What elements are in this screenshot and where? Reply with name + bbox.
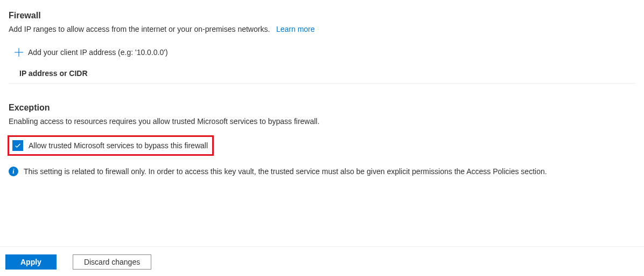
firewall-heading: Firewall [9,11,635,20]
exception-heading: Exception [9,103,635,113]
discard-changes-button[interactable]: Discard changes [73,254,151,270]
allow-trusted-services-checkbox[interactable] [12,140,23,151]
info-row: i This setting is related to firewall on… [9,167,635,176]
allow-trusted-services-row: Allow trusted Microsoft services to bypa… [8,135,214,156]
plus-icon [14,47,24,57]
learn-more-link[interactable]: Learn more [276,25,315,33]
exception-section: Exception Enabling access to resources r… [9,103,635,176]
allow-trusted-services-label: Allow trusted Microsoft services to bypa… [29,141,208,150]
exception-description: Enabling access to resources requires yo… [9,117,635,126]
apply-button[interactable]: Apply [5,254,57,270]
ip-column-header: IP address or CIDR [9,64,635,84]
footer: Apply Discard changes [0,246,644,270]
info-icon: i [9,167,18,176]
info-text: This setting is related to firewall only… [24,167,547,176]
firewall-section: Firewall Add IP ranges to allow access f… [9,11,635,84]
firewall-description: Add IP ranges to allow access from the i… [9,25,635,33]
add-client-ip-button[interactable]: Add your client IP address (e.g: '10.0.0… [9,43,635,64]
add-client-ip-label: Add your client IP address (e.g: '10.0.0… [28,48,168,57]
firewall-description-text: Add IP ranges to allow access from the i… [9,25,270,33]
